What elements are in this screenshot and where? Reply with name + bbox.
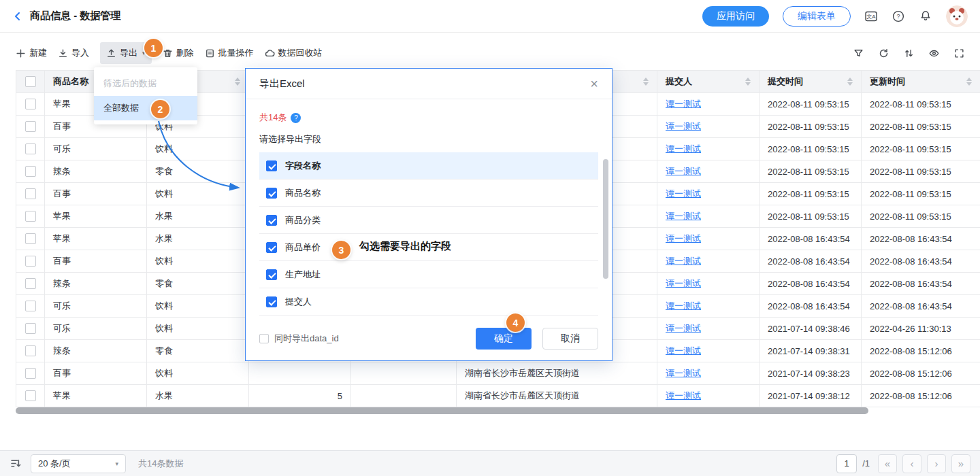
- cell-category: 饮料: [147, 318, 249, 340]
- translate-button[interactable]: 文A: [864, 10, 878, 23]
- sorter-icon[interactable]: [966, 78, 972, 86]
- select-fields-tip: 请选择导出字段: [259, 133, 598, 146]
- row-checkbox[interactable]: [25, 188, 36, 199]
- submitter-link[interactable]: 谭一测试: [666, 390, 701, 402]
- row-checkbox[interactable]: [25, 166, 36, 177]
- avatar[interactable]: [946, 5, 968, 27]
- column-header[interactable]: 提交人: [657, 71, 760, 93]
- sort-button[interactable]: [904, 48, 914, 58]
- field-row[interactable]: 商品名称: [259, 180, 598, 207]
- eye-icon: [929, 48, 939, 58]
- select-all-checkbox[interactable]: [25, 76, 36, 87]
- fullscreen-button[interactable]: [954, 48, 964, 58]
- plus-icon: [16, 48, 26, 58]
- row-checkbox[interactable]: [25, 278, 36, 289]
- edit-form-button[interactable]: 编辑表单: [783, 6, 851, 27]
- export-menu-item[interactable]: 筛选后的数据: [94, 71, 197, 96]
- step-3-text: 勾选需要导出的字段: [359, 240, 451, 253]
- submitter-link[interactable]: 谭一测试: [666, 120, 701, 133]
- row-checkbox[interactable]: [25, 99, 36, 109]
- toolbar-import-button[interactable]: 导入: [58, 47, 89, 59]
- field-checkbox[interactable]: [266, 215, 277, 226]
- export-dataid-option[interactable]: 同时导出data_id: [259, 333, 339, 345]
- cell-submitter: 谭一测试: [657, 295, 760, 318]
- field-row[interactable]: 生产地址: [259, 261, 598, 288]
- table-row[interactable]: 苹果水果5湖南省长沙市岳麓区天顶街道谭一测试2021-07-14 09:38:1…: [16, 385, 980, 407]
- submitter-link[interactable]: 谭一测试: [666, 345, 701, 357]
- submitter-link[interactable]: 谭一测试: [666, 165, 701, 177]
- dialog-scrollbar-thumb[interactable]: [603, 159, 608, 279]
- back-button[interactable]: [12, 11, 23, 22]
- submitter-link[interactable]: 谭一测试: [666, 143, 701, 155]
- row-checkbox[interactable]: [25, 323, 36, 334]
- row-checkbox[interactable]: [25, 143, 36, 154]
- submitter-link[interactable]: 谭一测试: [666, 188, 701, 200]
- field-checkbox[interactable]: [266, 296, 277, 307]
- close-icon[interactable]: ×: [590, 77, 598, 90]
- last-page-button[interactable]: »: [951, 454, 970, 473]
- cell-update-time: 2022-08-11 09:53:15: [862, 183, 980, 205]
- field-checkbox[interactable]: [266, 160, 277, 171]
- row-checkbox[interactable]: [25, 233, 36, 244]
- refresh-button[interactable]: [879, 48, 889, 58]
- row-checkbox[interactable]: [25, 301, 36, 311]
- field-row[interactable]: 字段名称: [259, 152, 598, 180]
- chevron-down-icon: ▾: [115, 460, 118, 467]
- column-header[interactable]: 更新时间: [862, 71, 980, 93]
- field-row[interactable]: 商品分类: [259, 207, 598, 234]
- cell-name: 百事: [45, 362, 147, 385]
- notification-button[interactable]: [919, 10, 932, 23]
- help-button[interactable]: ?: [892, 10, 905, 23]
- toolbar-delete-button[interactable]: 删除: [163, 47, 194, 59]
- row-checkbox[interactable]: [25, 121, 36, 132]
- row-checkbox[interactable]: [25, 211, 36, 222]
- page-size-select[interactable]: 20 条/页 ▾: [31, 454, 126, 473]
- submitter-link[interactable]: 谭一测试: [666, 322, 701, 335]
- cell-submit-time: 2022-08-08 16:43:54: [760, 273, 862, 295]
- filter-button[interactable]: [853, 48, 864, 58]
- row-checkbox[interactable]: [25, 256, 36, 267]
- row-checkbox[interactable]: [25, 368, 36, 379]
- field-checkbox[interactable]: [266, 269, 277, 280]
- row-checkbox[interactable]: [25, 390, 36, 401]
- first-page-button[interactable]: «: [878, 454, 897, 473]
- field-checkbox[interactable]: [266, 188, 277, 199]
- app-access-button[interactable]: 应用访问: [702, 6, 769, 27]
- toolbar-batch-button[interactable]: 批量操作: [205, 47, 254, 59]
- field-row[interactable]: 提交人: [259, 288, 598, 316]
- cell-address: 湖南省长沙市岳麓区天顶街道: [457, 362, 657, 385]
- toolbar-recycle-button[interactable]: 数据回收站: [265, 47, 323, 59]
- current-page-input[interactable]: 1: [836, 454, 857, 473]
- submitter-link[interactable]: 谭一测试: [666, 98, 701, 110]
- sorter-icon[interactable]: [643, 78, 649, 86]
- confirm-button[interactable]: 确定: [476, 328, 532, 350]
- dataid-checkbox[interactable]: [259, 334, 269, 343]
- submitter-link[interactable]: 谭一测试: [666, 367, 701, 379]
- submitter-link[interactable]: 谭一测试: [666, 300, 701, 312]
- submitter-link[interactable]: 谭一测试: [666, 210, 701, 222]
- submitter-link[interactable]: 谭一测试: [666, 255, 701, 267]
- row-sort-button[interactable]: [10, 458, 21, 469]
- cancel-button[interactable]: 取消: [542, 328, 598, 350]
- column-header[interactable]: 提交时间: [760, 71, 862, 93]
- cell-submit-time: 2022-08-11 09:53:15: [760, 183, 862, 205]
- field-checkbox[interactable]: [266, 242, 277, 253]
- row-checkbox[interactable]: [25, 345, 36, 356]
- prev-page-button[interactable]: ‹: [902, 454, 921, 473]
- submitter-link[interactable]: 谭一测试: [666, 233, 701, 245]
- sorter-icon[interactable]: [745, 78, 751, 86]
- cell-submitter: 谭一测试: [657, 205, 760, 228]
- cell-address: 湖南省长沙市岳麓区天顶街道: [457, 385, 657, 407]
- table-row[interactable]: 百事饮料湖南省长沙市岳麓区天顶街道谭一测试2021-07-14 09:38:23…: [16, 362, 980, 385]
- toolbar-export-button[interactable]: 导出▾: [100, 42, 152, 64]
- eye-button[interactable]: [929, 48, 939, 58]
- sorter-icon[interactable]: [847, 78, 853, 86]
- next-page-button[interactable]: ›: [927, 454, 946, 473]
- cell-submit-time: 2021-07-14 09:38:12: [760, 385, 862, 407]
- submitter-link[interactable]: 谭一测试: [666, 277, 701, 290]
- question-circle-icon[interactable]: ?: [291, 113, 301, 123]
- toolbar-new-button[interactable]: 新建: [16, 47, 47, 59]
- sorter-icon[interactable]: [235, 78, 240, 86]
- horizontal-scrollbar-thumb[interactable]: [16, 407, 868, 414]
- field-label: 商品名称: [285, 187, 321, 199]
